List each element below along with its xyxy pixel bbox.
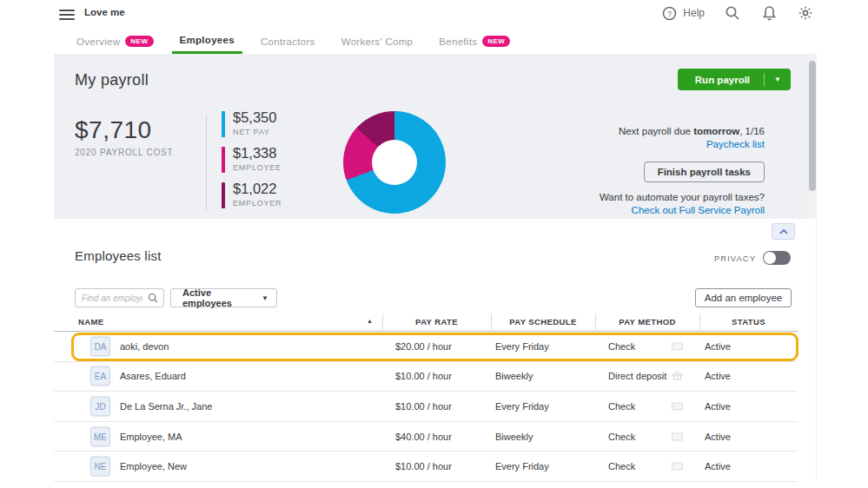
search-icon[interactable] <box>724 4 741 22</box>
help-button[interactable]: ? Help <box>660 4 705 22</box>
chevron-down-icon: ▼ <box>262 294 268 302</box>
full-service-payroll-link[interactable]: Check out Full Service Payroll <box>632 204 765 217</box>
column-header-status[interactable]: STATUS <box>699 317 798 326</box>
chevron-up-icon <box>779 229 788 234</box>
privacy-control: PRIVACY <box>714 251 791 265</box>
employee-row-aoki-devon[interactable]: DA aoki, devon $20.00 / hour Every Frida… <box>54 332 798 362</box>
employees-table: DA aoki, devon $20.00 / hour Every Frida… <box>54 332 798 482</box>
legend-item-employee: $1,338 EMPLOYEE <box>222 145 282 173</box>
payroll-total-label: 2020 PAYROLL COST <box>75 148 173 157</box>
page-title: My payroll <box>75 71 149 89</box>
tab-overview[interactable]: Overview NEW <box>76 35 154 54</box>
collapse-panel-button[interactable] <box>772 223 795 240</box>
tab-benefits[interactable]: Benefits NEW <box>439 35 510 54</box>
legend-item-employer: $1,022 EMPLOYER <box>222 181 282 208</box>
finish-payroll-tasks-button[interactable]: Finish payroll tasks <box>644 162 765 182</box>
new-badge: NEW <box>125 36 153 47</box>
help-icon: ? <box>660 4 678 22</box>
payroll-legend: $5,350 NET PAY $1,338 EMPLOYEE $1,022 EM… <box>222 109 282 208</box>
hamburger-menu-icon[interactable] <box>59 7 75 19</box>
legend-color-bar <box>222 182 225 208</box>
employee-filter-dropdown[interactable]: Active employees ▼ <box>170 288 277 307</box>
settings-gear-icon[interactable] <box>797 4 814 22</box>
paper-check-icon <box>672 463 683 471</box>
status-badge: Active <box>705 401 731 412</box>
search-icon[interactable] <box>142 293 163 303</box>
divider <box>816 219 817 478</box>
new-badge: NEW <box>482 36 510 47</box>
employee-row-de-la-serna[interactable]: JD De La Serna Jr., Jane $10.00 / hour E… <box>54 392 798 422</box>
company-name: Love me <box>84 7 125 17</box>
paycheck-list-link[interactable]: Paycheck list <box>706 138 765 151</box>
tab-workers-comp[interactable]: Workers' Comp <box>341 35 414 54</box>
employee-row-employee-new[interactable]: NE Employee, New $10.00 / hour Every Fri… <box>54 452 798 482</box>
tab-employees[interactable]: Employees <box>172 35 242 54</box>
employee-row-employee-ma[interactable]: ME Employee, MA $40.00 / hour Biweekly C… <box>54 422 798 452</box>
column-header-pay-schedule[interactable]: PAY SCHEDULE <box>491 317 595 326</box>
avatar: ME <box>90 426 110 446</box>
avatar: DA <box>90 336 110 356</box>
add-employee-button[interactable]: Add an employee <box>695 288 792 307</box>
my-payroll-panel: My payroll Run payroll ▼ $7,710 2020 PAY… <box>54 54 808 219</box>
automate-taxes-text: Want to automate your payroll taxes? <box>600 191 765 204</box>
paper-check-icon <box>672 342 683 350</box>
paper-check-icon <box>672 402 683 410</box>
notifications-bell-icon[interactable] <box>760 4 778 22</box>
payroll-info: Next payroll due tomorrow, 1/16 Paycheck… <box>600 125 765 217</box>
run-payroll-button[interactable]: Run payroll ▼ <box>678 69 791 90</box>
help-label: Help <box>683 7 705 19</box>
payroll-total: $7,710 2020 PAYROLL COST <box>75 116 173 157</box>
payroll-tabbar: Overview NEW Employees Contractors Worke… <box>76 35 510 54</box>
svg-text:?: ? <box>667 10 672 18</box>
status-badge: Active <box>705 371 731 381</box>
employee-search <box>75 288 164 307</box>
payroll-total-value: $7,710 <box>75 116 173 144</box>
column-header-name[interactable]: NAME <box>78 317 104 326</box>
avatar: NE <box>90 457 110 477</box>
donut-hole <box>372 140 417 185</box>
divider <box>206 115 207 212</box>
column-header-pay-method[interactable]: PAY METHOD <box>595 317 699 326</box>
employee-search-input[interactable] <box>76 293 142 303</box>
avatar: EA <box>90 366 110 386</box>
next-payroll-due-text: Next payroll due tomorrow, 1/16 <box>600 125 765 138</box>
direct-deposit-icon <box>672 372 683 381</box>
legend-color-bar <box>222 111 225 137</box>
legend-item-net-pay: $5,350 NET PAY <box>222 109 282 137</box>
payroll-donut-chart <box>343 111 446 214</box>
privacy-toggle[interactable] <box>763 251 791 265</box>
legend-color-bar <box>222 147 225 173</box>
employee-row-asares-eduard[interactable]: EA Asares, Eduard $10.00 / hour Biweekly… <box>54 362 798 392</box>
status-badge: Active <box>705 461 731 472</box>
tab-contractors[interactable]: Contractors <box>261 35 315 54</box>
employees-list-heading: Employees list <box>75 248 162 263</box>
vertical-scrollbar[interactable] <box>808 54 817 219</box>
sort-ascending-icon[interactable]: ▲ <box>367 318 373 324</box>
chevron-down-icon: ▼ <box>765 76 791 83</box>
top-navbar: Love me ? Help <box>0 0 868 28</box>
status-badge: Active <box>705 341 731 352</box>
employees-table-header: NAME ▲ PAY RATE PAY SCHEDULE PAY METHOD … <box>54 313 798 332</box>
column-header-pay-rate[interactable]: PAY RATE <box>382 317 491 326</box>
privacy-label: PRIVACY <box>714 254 756 263</box>
status-badge: Active <box>705 432 731 442</box>
app-window: Love me ? Help Overview NEW <box>0 0 868 488</box>
paper-check-icon <box>672 432 683 440</box>
scrollbar-thumb[interactable] <box>809 61 816 191</box>
avatar: JD <box>90 396 110 416</box>
